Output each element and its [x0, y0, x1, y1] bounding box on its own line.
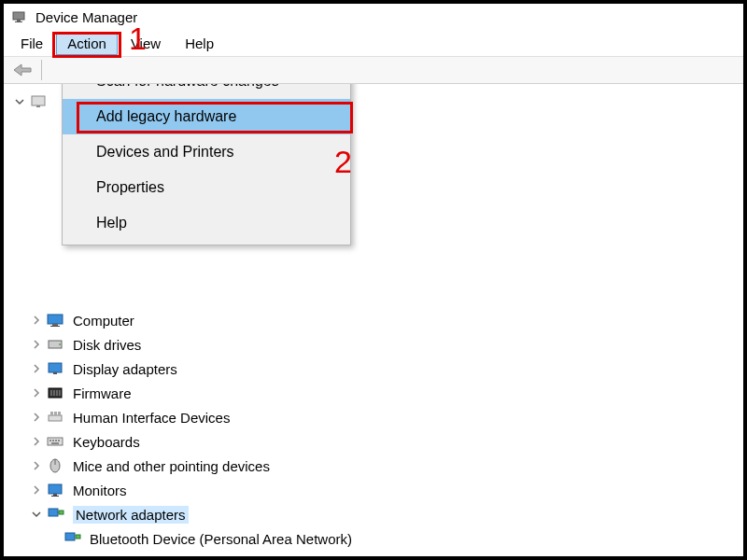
tree-node-monitors[interactable]: Monitors: [4, 478, 743, 502]
svg-rect-6: [52, 324, 58, 326]
svg-rect-4: [36, 105, 40, 107]
tree-node-hid[interactable]: Human Interface Devices: [4, 405, 743, 429]
svg-rect-26: [51, 442, 59, 444]
svg-rect-13: [50, 390, 52, 396]
chevron-right-icon[interactable]: [30, 314, 43, 327]
window-title: Device Manager: [35, 9, 137, 25]
svg-rect-1: [17, 20, 21, 21]
svg-rect-0: [13, 12, 24, 20]
tree-node-computer[interactable]: Computer: [4, 308, 743, 332]
svg-rect-2: [15, 21, 22, 22]
svg-rect-5: [48, 315, 63, 324]
node-label: Generic Mobile Broadband Adapter: [90, 555, 308, 557]
svg-rect-24: [55, 440, 57, 441]
svg-rect-17: [49, 415, 62, 421]
firmware-icon: [47, 385, 65, 401]
tree-node-firmware[interactable]: Firmware: [4, 381, 743, 405]
node-label: Disk drives: [73, 337, 141, 353]
menu-help[interactable]: Help: [174, 32, 225, 55]
tree-node-generic-mobile[interactable]: ! Generic Mobile Broadband Adapter: [4, 551, 743, 556]
svg-rect-31: [51, 496, 59, 497]
chevron-right-icon[interactable]: [30, 459, 43, 472]
menu-devices-printers[interactable]: Devices and Printers: [63, 134, 350, 170]
tree-node-disk-drives[interactable]: Disk drives: [4, 332, 743, 357]
menu-properties[interactable]: Properties: [63, 170, 350, 205]
chevron-right-icon[interactable]: [30, 362, 43, 375]
svg-rect-18: [50, 412, 53, 415]
keyboard-icon: [47, 433, 65, 450]
chevron-right-icon[interactable]: [30, 411, 43, 424]
chevron-right-icon[interactable]: [30, 338, 43, 351]
tree-node-mice[interactable]: Mice and other pointing devices: [4, 454, 743, 478]
monitor-icon: [47, 482, 65, 498]
node-label: Mice and other pointing devices: [73, 458, 270, 474]
svg-rect-36: [76, 535, 80, 539]
device-manager-window: Device Manager File Action View Help: [0, 0, 747, 560]
node-label: Monitors: [73, 483, 127, 498]
toolbar: [4, 56, 743, 84]
chevron-right-icon[interactable]: [30, 435, 43, 448]
hid-icon: [47, 409, 65, 426]
svg-rect-35: [65, 533, 75, 540]
chevron-right-icon[interactable]: [30, 483, 43, 497]
node-label: Human Interface Devices: [73, 410, 230, 426]
svg-rect-23: [52, 440, 54, 441]
menu-help[interactable]: Help: [63, 205, 350, 241]
node-label: Keyboards: [73, 434, 140, 450]
svg-rect-29: [49, 484, 62, 494]
network-adapter-warning-icon: !: [63, 554, 82, 556]
display-adapter-icon: [47, 360, 65, 377]
menubar: File Action View Help: [4, 30, 743, 56]
svg-rect-15: [56, 390, 58, 396]
svg-rect-22: [49, 440, 51, 441]
menu-file[interactable]: File: [9, 32, 54, 55]
svg-rect-10: [49, 363, 62, 372]
node-label: Display adapters: [73, 361, 177, 377]
chevron-right-icon[interactable]: [30, 386, 43, 399]
mouse-icon: [47, 457, 65, 474]
back-button[interactable]: [9, 59, 35, 81]
titlebar: Device Manager: [4, 4, 743, 30]
svg-rect-16: [59, 390, 61, 396]
svg-rect-11: [53, 372, 57, 374]
toolbar-divider: [41, 60, 42, 80]
tree-node-network-adapters[interactable]: Network adapters: [4, 502, 743, 526]
chevron-down-icon[interactable]: [13, 95, 26, 108]
menu-scan-hardware[interactable]: Scan for hardware changes: [63, 84, 350, 99]
node-label: Computer: [73, 313, 134, 329]
menu-view[interactable]: View: [120, 32, 172, 55]
chevron-down-icon[interactable]: [30, 508, 43, 521]
node-label: Bluetooth Device (Personal Area Network): [90, 531, 352, 547]
svg-rect-7: [50, 326, 60, 327]
computer-root-icon: [30, 93, 49, 110]
node-label: Firmware: [73, 385, 132, 401]
tree-node-display-adapters[interactable]: Display adapters: [4, 357, 743, 381]
svg-rect-30: [53, 494, 57, 496]
svg-point-9: [59, 343, 61, 345]
svg-rect-19: [54, 412, 57, 415]
svg-rect-20: [58, 412, 61, 415]
menu-add-legacy-hardware[interactable]: Add legacy hardware: [63, 99, 350, 134]
svg-rect-32: [49, 509, 58, 516]
disk-drive-icon: [47, 336, 65, 353]
computer-icon: [47, 312, 65, 329]
svg-rect-25: [58, 440, 60, 441]
network-adapter-icon: [63, 530, 82, 547]
node-label: Network adapters: [73, 506, 189, 524]
tree-node-keyboards[interactable]: Keyboards: [4, 429, 743, 454]
menu-action[interactable]: Action: [56, 32, 118, 55]
device-manager-icon: [11, 8, 28, 25]
svg-rect-14: [53, 390, 55, 396]
svg-rect-33: [59, 511, 63, 514]
network-adapter-icon: [47, 506, 65, 523]
tree-node-bluetooth-device[interactable]: Bluetooth Device (Personal Area Network): [4, 526, 743, 551]
svg-rect-3: [32, 96, 45, 105]
action-dropdown: Scan for hardware changes Add legacy har…: [62, 84, 351, 245]
content-area: Computer Disk drives Display adapters: [4, 84, 743, 556]
